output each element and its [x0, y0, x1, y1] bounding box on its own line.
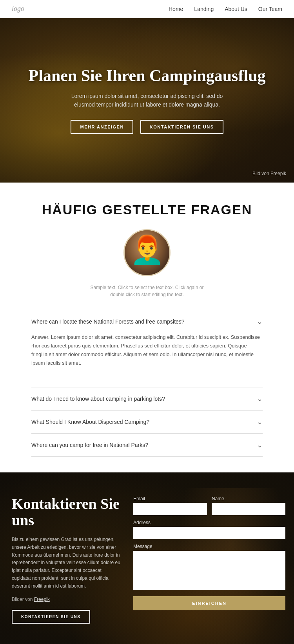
- faq-item-3: What Should I Know About Dispersed Campi…: [31, 410, 263, 433]
- faq-chevron-3: ⌄: [257, 418, 263, 426]
- nav-landing[interactable]: Landing: [194, 6, 214, 12]
- faq-list: Where can I locate these National Forest…: [31, 310, 263, 457]
- address-input[interactable]: [133, 527, 285, 539]
- faq-title: HÄUFIG GESTELLTE FRAGEN: [31, 202, 263, 217]
- faq-chevron-4: ⌄: [257, 441, 263, 449]
- form-group-message: Message: [133, 544, 285, 592]
- faq-answer-1: Answer. Lorem ipsum dolor sit amet, cons…: [31, 333, 263, 387]
- contact-credit: Bilder von Freepik: [12, 597, 122, 602]
- contact-section: Kontaktieren Sie uns Bis zu einem gewiss…: [0, 472, 294, 644]
- faq-question-1[interactable]: Where can I locate these National Forest…: [31, 310, 263, 333]
- faq-question-text-1: Where can I locate these National Forest…: [31, 318, 185, 325]
- name-label: Name: [212, 496, 285, 501]
- faq-chevron-1: ⌄: [257, 317, 263, 326]
- name-input[interactable]: [212, 503, 285, 515]
- hero-title: Planen Sie Ihren Campingausflug: [29, 67, 266, 85]
- message-label: Message: [133, 544, 285, 549]
- faq-question-text-3: What Should I Know About Dispersed Campi…: [31, 419, 149, 425]
- nav-links: Home Landing About Us Our Team: [169, 6, 282, 12]
- faq-question-4[interactable]: Where can you camp for free in National …: [31, 434, 263, 456]
- faq-item-4: Where can you camp for free in National …: [31, 433, 263, 457]
- form-group-address: Address: [133, 520, 285, 539]
- faq-avatar-image: [125, 230, 169, 275]
- form-group-email: Email: [133, 496, 207, 515]
- nav-team[interactable]: Our Team: [258, 6, 282, 12]
- form-group-name: Name: [212, 496, 285, 515]
- nav-about[interactable]: About Us: [225, 6, 247, 12]
- faq-section: HÄUFIG GESTELLTE FRAGEN Sample text. Cli…: [0, 183, 294, 472]
- submit-button[interactable]: EINREICHEN: [133, 596, 285, 610]
- faq-question-text-2: What do I need to know about camping in …: [31, 396, 165, 402]
- faq-question-text-4: Where can you camp for free in National …: [31, 442, 148, 448]
- hero-description: Lorem ipsum dolor sit amet, consectetur …: [65, 92, 229, 109]
- contact-description: Bis zu einem gewissen Grad ist es uns ge…: [12, 536, 122, 590]
- faq-item-1: Where can I locate these National Forest…: [31, 310, 263, 387]
- message-input[interactable]: [133, 551, 285, 590]
- email-label: Email: [133, 496, 207, 501]
- navbar: logo Home Landing About Us Our Team: [0, 0, 294, 18]
- faq-avatar: [123, 229, 171, 276]
- hero-credit: Bild von Freepik: [252, 171, 286, 176]
- contact-form: Email Name Address Message EINREICHEN: [133, 496, 285, 644]
- faq-question-3[interactable]: What Should I Know About Dispersed Campi…: [31, 411, 263, 433]
- faq-item-2: What do I need to know about camping in …: [31, 387, 263, 410]
- contact-btn[interactable]: KONTAKTIEREN SIE UNS: [12, 610, 90, 624]
- contact-credit-link[interactable]: Freepik: [34, 597, 50, 602]
- faq-question-2[interactable]: What do I need to know about camping in …: [31, 387, 263, 410]
- contact-title: Kontaktieren Sie uns: [12, 496, 122, 529]
- faq-sample-text: Sample text. Click to select the text bo…: [84, 284, 210, 298]
- nav-home[interactable]: Home: [169, 6, 183, 12]
- hero-contact-button[interactable]: KONTAKTIEREN SIE UNS: [140, 120, 223, 134]
- hero-section: Planen Sie Ihren Campingausflug Lorem ip…: [0, 18, 294, 183]
- hero-more-button[interactable]: MEHR ANZEIGEN: [71, 120, 133, 134]
- hero-buttons: MEHR ANZEIGEN KONTAKTIEREN SIE UNS: [71, 120, 223, 134]
- form-row-email-name: Email Name: [133, 496, 285, 515]
- address-label: Address: [133, 520, 285, 525]
- email-input[interactable]: [133, 503, 207, 515]
- logo: logo: [12, 5, 24, 13]
- faq-chevron-2: ⌄: [257, 394, 263, 403]
- contact-left-panel: Kontaktieren Sie uns Bis zu einem gewiss…: [12, 496, 122, 644]
